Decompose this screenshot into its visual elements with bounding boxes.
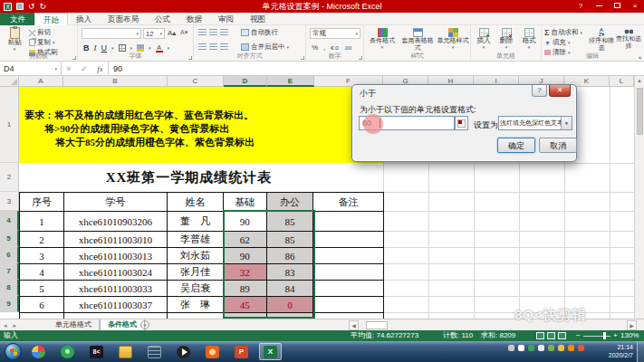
tray-icon-7[interactable] (578, 345, 584, 351)
next-sheet-icon[interactable]: ▸ (14, 322, 17, 329)
table-cell[interactable]: 86 (267, 248, 314, 264)
tab-开始[interactable]: 开始 (34, 13, 68, 25)
percent-style-button[interactable]: % (312, 43, 318, 52)
table-cell[interactable]: 3 (20, 248, 64, 264)
scroll-right-icon[interactable]: ▶ (627, 320, 637, 330)
tab-页面布局[interactable]: 页面布局 (100, 13, 147, 25)
column-header-B[interactable]: B (63, 76, 168, 87)
table-cell[interactable] (313, 248, 383, 264)
tray-icon-6[interactable] (568, 345, 574, 351)
formula-input[interactable]: 90 (109, 62, 644, 75)
column-header-A[interactable]: A (19, 76, 63, 87)
minimize-icon[interactable] (592, 1, 605, 11)
table-cell[interactable]: 李普雄 (168, 232, 224, 248)
increase-decimal-button[interactable]: €.0 (331, 45, 338, 51)
taskbar-app-video-app[interactable] (201, 343, 224, 360)
table-cell[interactable]: xhce61011003010 (64, 232, 168, 248)
table-cell[interactable]: 90 (224, 212, 267, 232)
align-middle-icon[interactable] (209, 29, 217, 35)
dialog-help-icon[interactable]: ? (532, 85, 547, 97)
comma-style-button[interactable]: , (323, 43, 325, 52)
cell-styles-button[interactable]: 单元格样式▾ (437, 28, 469, 51)
table-cell[interactable]: 6 (20, 297, 64, 313)
ok-button[interactable]: 确定 (497, 138, 535, 153)
table-cell[interactable] (313, 232, 383, 248)
scroll-left-icon[interactable]: ◀ (349, 320, 359, 330)
format-dropdown[interactable]: 浅红填充色深红色文本 ▼ (498, 116, 572, 130)
show-desktop-button[interactable] (637, 341, 644, 362)
row-header-2[interactable]: 2 (0, 163, 19, 192)
fill-color-icon[interactable] (137, 44, 144, 52)
taskbar-app-security-app[interactable] (56, 343, 79, 360)
vscroll-thumb[interactable] (637, 88, 643, 135)
column-header-E[interactable]: E (267, 76, 314, 87)
number-format-combo[interactable]: 常规▾ (310, 28, 360, 39)
table-cell[interactable] (313, 281, 383, 297)
name-box[interactable]: D4▾ (0, 62, 62, 75)
align-center-icon[interactable] (209, 43, 217, 50)
insert-cells-button[interactable]: 插入▾ (473, 28, 495, 51)
table-cell[interactable]: 62 (224, 232, 267, 248)
table-cell[interactable]: xhce61011003013 (64, 248, 168, 264)
wrap-text-button[interactable]: 自动换行 (241, 28, 278, 37)
vertical-scrollbar[interactable]: ▲ (634, 76, 644, 319)
format-cells-button[interactable]: 格式▾ (518, 28, 540, 51)
row-header-5[interactable]: 5 (0, 231, 19, 247)
table-cell[interactable]: 45 (224, 297, 267, 313)
dialog-launcher-icon[interactable] (188, 56, 192, 60)
decrease-decimal-button[interactable]: .00 (344, 45, 351, 51)
font-name-combo[interactable]: ▾ (82, 28, 141, 39)
row-header-7[interactable]: 7 (0, 263, 19, 280)
table-cell[interactable] (313, 264, 383, 281)
row-header-4[interactable]: 4 (0, 211, 19, 231)
taskbar-app-file-explorer[interactable] (114, 343, 137, 360)
cancel-entry-icon[interactable]: × (66, 64, 71, 73)
zoom-level[interactable]: 130% (620, 331, 639, 340)
align-top-icon[interactable] (198, 29, 207, 35)
shrink-font-button[interactable]: A▾ (180, 29, 187, 36)
prev-sheet-icon[interactable]: ◂ (4, 322, 7, 329)
delete-cells-button[interactable]: 删除▾ (495, 28, 517, 51)
taskbar-app-powerpoint[interactable]: P (230, 343, 253, 360)
table-cell[interactable]: 张 琳 (168, 297, 224, 313)
taskbar-app-kuaijianji-app[interactable]: 8< (85, 343, 108, 360)
column-header-L[interactable]: L (610, 76, 634, 87)
table-header-cell[interactable]: 姓名 (168, 193, 224, 212)
row-header-6[interactable]: 6 (0, 247, 19, 263)
cut-button[interactable]: 剪切 (29, 28, 51, 37)
find-select-button[interactable]: 查找和选择 (616, 28, 641, 49)
table-cell[interactable]: 90 (224, 248, 267, 264)
restore-icon[interactable] (610, 1, 623, 11)
dialog-close-icon[interactable]: ✕ (549, 85, 571, 97)
dialog-launcher-icon[interactable] (72, 56, 76, 60)
horizontal-scrollbar[interactable]: ◀ ▶ (349, 320, 637, 330)
borders-icon[interactable] (119, 44, 126, 52)
row-header-9[interactable]: 9 (0, 296, 19, 312)
tray-icon-0[interactable] (508, 345, 514, 351)
table-cell[interactable]: 2 (20, 232, 64, 248)
tab-公式[interactable]: 公式 (147, 13, 178, 25)
help-icon[interactable]: ? (574, 1, 587, 11)
start-button[interactable] (5, 343, 22, 360)
page-layout-view-icon[interactable] (547, 332, 555, 339)
conditional-formatting-button[interactable]: 条件格式▾ (366, 28, 399, 51)
requirements-banner-cell[interactable]: 要求：将不及格的成绩用红色字体、蓝色背景标出。 将>90分的成绩用绿色字体、黄色… (19, 87, 383, 163)
merge-center-button[interactable]: 合并后居中▾ (241, 43, 289, 52)
table-cell[interactable]: 5 (20, 281, 64, 297)
table-cell[interactable]: 85 (267, 232, 314, 248)
new-sheet-icon[interactable]: + (140, 320, 149, 329)
table-header-cell[interactable]: 序号 (20, 193, 64, 212)
normal-view-icon[interactable] (536, 332, 544, 339)
tray-icon-3[interactable] (538, 345, 544, 351)
column-header-C[interactable]: C (168, 76, 224, 87)
table-cell[interactable]: 83 (267, 264, 314, 281)
tab-插入[interactable]: 插入 (68, 13, 100, 25)
tray-icon-2[interactable] (528, 345, 534, 351)
table-cell[interactable] (313, 297, 383, 313)
align-bottom-icon[interactable] (220, 29, 228, 35)
select-all-corner[interactable] (0, 76, 19, 87)
table-cell[interactable]: 吴启衰 (168, 281, 224, 297)
taskbar-clock[interactable]: 21:14 2020/2/7 (609, 343, 633, 359)
table-cell[interactable]: 4 (20, 264, 64, 281)
dialog-launcher-icon[interactable] (301, 56, 304, 60)
